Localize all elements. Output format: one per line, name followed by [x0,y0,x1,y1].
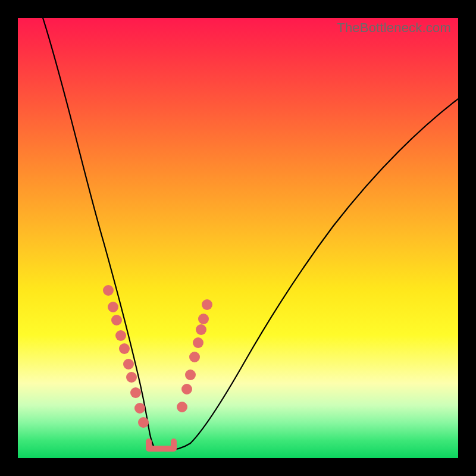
marker-dot [196,324,206,335]
marker-dot [103,285,114,296]
marker-dot [189,352,200,362]
marker-dot [134,403,145,414]
marker-dot [138,417,149,428]
marker-dot [177,402,187,412]
marker-dot [193,337,203,348]
marker-dot [130,387,141,398]
chart-frame: TheBottleneck.com [0,0,476,476]
marker-dot [119,343,130,354]
marker-dot [181,384,192,394]
marker-dot [111,315,122,325]
marker-dot [185,369,196,380]
chart-overlay [18,18,458,458]
marker-dot [123,359,134,369]
plot-area: TheBottleneck.com [18,18,458,458]
curve-right [165,99,458,450]
marker-dot [126,372,137,383]
curve-left [43,18,158,450]
marker-dot [202,299,212,310]
marker-dot [115,330,126,341]
marker-dot [198,314,209,324]
marker-dot [108,302,118,312]
